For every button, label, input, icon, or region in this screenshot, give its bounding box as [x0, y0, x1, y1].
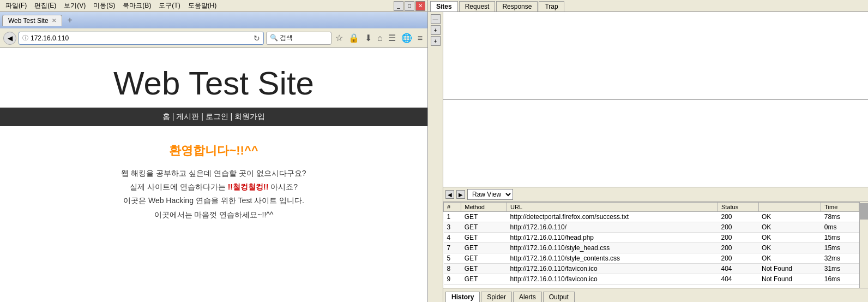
menu-history[interactable]: 미동(S) [90, 0, 118, 11]
tab-label: Web Test Site [8, 17, 49, 25]
tab-response[interactable]: Response [496, 1, 538, 11]
bookmark-star-icon[interactable]: ☆ [334, 32, 345, 44]
cell-status-text: Not Found [758, 264, 821, 274]
menu-icon[interactable]: ≡ [416, 32, 424, 44]
welcome-line2-pre: 실제 사이트에 연습하다가는 [130, 182, 228, 191]
cell-time: 15ms [821, 233, 859, 243]
tab-output[interactable]: Output [543, 292, 575, 302]
tab-trap[interactable]: Trap [539, 1, 564, 11]
cell-method: GET [461, 233, 507, 243]
cell-status: 404 [718, 274, 758, 285]
download-icon[interactable]: ⬇ [363, 32, 373, 44]
table-row[interactable]: 5 GET http://172.16.0.110/style_contents… [444, 253, 859, 264]
tab-history[interactable]: History [445, 292, 480, 302]
site-title: Web Test Site [0, 64, 427, 102]
menu-tools[interactable]: 도구(T) [155, 0, 183, 11]
history-area: # Method URL Status Time 1 GET http://de… [443, 202, 868, 288]
new-tab-button[interactable]: + [64, 14, 76, 26]
menu-bookmarks[interactable]: 북마크(B) [119, 0, 154, 11]
menu-help[interactable]: 도움말(H) [185, 0, 220, 11]
search-box[interactable]: 🔍 검색 [266, 32, 331, 45]
cell-status: 200 [718, 212, 758, 222]
cell-method: GET [461, 212, 507, 222]
cell-time: 0ms [821, 222, 859, 233]
cell-status: 404 [718, 264, 758, 274]
sites-expand-btn[interactable]: + [431, 25, 441, 35]
browser-content: Web Test Site 홈 | 게시판 | 로그인 | 회원가입 환영합니다… [0, 48, 427, 302]
address-bar[interactable]: ⓘ 172.16.0.110 ↻ [19, 32, 264, 45]
table-row[interactable]: 8 GET http://172.16.0.110/favicon.ico 40… [444, 264, 859, 274]
col-reason [758, 203, 821, 212]
welcome-title: 환영합니다~!!^^ [16, 143, 411, 159]
nav-prev-button[interactable]: ◀ [445, 190, 454, 199]
welcome-line1: 웹 해킹을 공부하고 싶은데 연습할 곳이 없으시다구요? [121, 169, 306, 177]
burp-bottom-tabs: History Spider Alerts Output [443, 288, 868, 302]
globe-icon[interactable]: 🌐 [400, 32, 414, 44]
browser-toolbar: ◀ ⓘ 172.16.0.110 ↻ 🔍 검색 ☆ 🔒 ⬇ ⌂ ☰ 🌐 ≡ [0, 28, 427, 48]
shield-icon[interactable]: 🔒 [347, 32, 361, 44]
cell-status-text: OK [758, 243, 821, 253]
table-row[interactable]: 7 GET http://172.16.0.110/style_head.css… [444, 243, 859, 253]
back-button[interactable]: ◀ [3, 32, 16, 45]
request-panel [443, 12, 868, 100]
cell-url: http://172.16.0.110/head.php [507, 233, 718, 243]
cell-num: 4 [444, 233, 461, 243]
scrollbar-thumb [860, 203, 868, 220]
cell-method: GET [461, 222, 507, 233]
sites-collapse-btn[interactable]: — [431, 14, 441, 24]
cell-time: 78ms [821, 212, 859, 222]
tab-sites[interactable]: Sites [430, 1, 458, 11]
cell-num: 3 [444, 222, 461, 233]
close-button[interactable]: ✕ [415, 1, 425, 11]
history-table: # Method URL Status Time 1 GET http://de… [443, 202, 859, 285]
tab-spider[interactable]: Spider [481, 292, 512, 302]
nav-items: 홈 | 게시판 | 로그인 | 회원가입 [162, 112, 265, 121]
cell-time: 32ms [821, 253, 859, 264]
site-nav: 홈 | 게시판 | 로그인 | 회원가입 [0, 108, 427, 126]
cell-status: 200 [718, 253, 758, 264]
maximize-button[interactable]: □ [405, 1, 414, 11]
cell-url: http://172.16.0.110/favicon.ico [507, 264, 718, 274]
raw-view-select[interactable]: Raw View [467, 189, 513, 200]
welcome-highlight: !!철컹철컹!! [228, 182, 269, 191]
history-scrollbar[interactable] [859, 202, 868, 288]
menu-view[interactable]: 보기(V) [61, 0, 89, 11]
tab-alerts[interactable]: Alerts [513, 292, 542, 302]
burp-panel: Sites Request Response Trap — + + ◀ ▶ Ra… [428, 0, 868, 302]
window-controls: _ □ ✕ [394, 1, 425, 11]
address-text: 172.16.0.110 [31, 34, 251, 42]
welcome-text: 웹 해킹을 공부하고 싶은데 연습할 곳이 없으시다구요? 실제 사이트에 연습… [16, 167, 411, 222]
table-row[interactable]: 4 GET http://172.16.0.110/head.php 200 O… [444, 233, 859, 243]
menu-edit[interactable]: 편집(E) [31, 0, 59, 11]
welcome-line2-post: 아시죠? [268, 182, 298, 191]
nav-next-button[interactable]: ▶ [456, 190, 465, 199]
sites-expand2-btn[interactable]: + [431, 36, 441, 46]
cell-status: 200 [718, 222, 758, 233]
reload-button[interactable]: ↻ [254, 34, 260, 43]
cell-status-text: Not Found [758, 274, 821, 285]
col-time: Time [821, 203, 859, 212]
cell-num: 8 [444, 264, 461, 274]
cell-method: GET [461, 243, 507, 253]
table-row[interactable]: 3 GET http://172.16.0.110/ 200 OK 0ms [444, 222, 859, 233]
tab-request[interactable]: Request [459, 1, 496, 11]
cell-status: 200 [718, 243, 758, 253]
menu-file[interactable]: 파일(F) [2, 0, 30, 11]
table-row[interactable]: 1 GET http://detectportal.firefox.com/su… [444, 212, 859, 222]
welcome-line3: 이곳은 Web Hacking 연습을 위한 Test 사이트 입니다. [123, 196, 304, 205]
bookmark-icon[interactable]: ☰ [387, 32, 397, 44]
history-table-container: # Method URL Status Time 1 GET http://de… [443, 202, 859, 288]
cell-time: 16ms [821, 274, 859, 285]
cell-num: 5 [444, 253, 461, 264]
cell-status-text: OK [758, 253, 821, 264]
address-info-icon: ⓘ [22, 34, 28, 42]
cell-num: 9 [444, 274, 461, 285]
tab-close-icon[interactable]: ✕ [52, 17, 56, 23]
home-icon[interactable]: ⌂ [376, 32, 384, 44]
welcome-line4: 이곳에서는 마음껏 연습하세요~!!^^ [154, 210, 274, 219]
burp-main: — + + ◀ ▶ Raw View [428, 12, 868, 302]
table-row[interactable]: 9 GET http://172.16.0.110/favicon.ico 40… [444, 274, 859, 285]
minimize-button[interactable]: _ [394, 1, 403, 11]
browser-tab-active[interactable]: Web Test Site ✕ [2, 15, 62, 26]
cell-url: http://detectportal.firefox.com/success.… [507, 212, 718, 222]
